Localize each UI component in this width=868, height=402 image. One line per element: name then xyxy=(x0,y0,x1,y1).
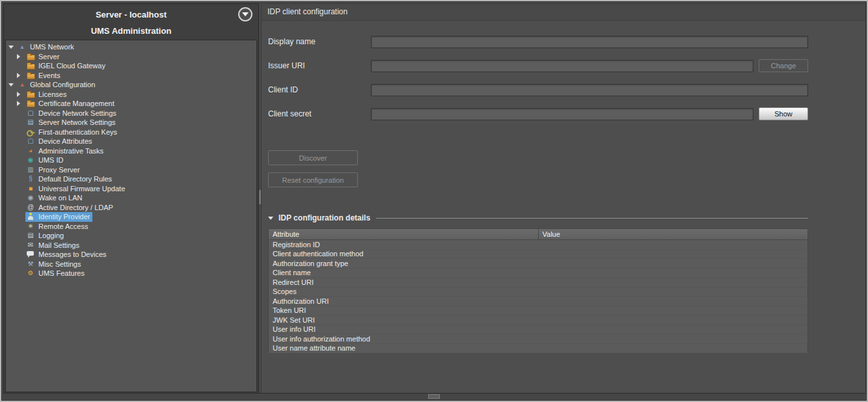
idp-details-header[interactable]: IDP configuration details xyxy=(268,213,808,222)
attribute-cell: Authorization grant type xyxy=(269,259,539,269)
tree-item-certificate-management[interactable]: Certificate Management xyxy=(6,99,256,109)
server-dropdown-button[interactable] xyxy=(238,7,252,21)
issuer-uri-input[interactable] xyxy=(371,60,753,72)
tree-item-label: Device Network Settings xyxy=(38,109,116,117)
value-cell xyxy=(538,268,808,278)
tree-item-logging[interactable]: ▤Logging xyxy=(6,231,256,241)
discover-button[interactable]: Discover xyxy=(268,150,358,165)
tree-item-label: Global Configuration xyxy=(30,81,95,88)
value-cell xyxy=(538,249,808,259)
value-cell xyxy=(538,287,808,297)
client-id-input[interactable] xyxy=(371,84,808,96)
server-title: Server - localhost xyxy=(96,10,167,20)
tree-item-identity-provider[interactable]: Identity Provider xyxy=(6,212,256,222)
table-row[interactable]: Client name xyxy=(269,268,808,278)
tree-item-label: Wake on LAN xyxy=(38,194,82,202)
tree-item-server[interactable]: Server xyxy=(6,52,256,62)
tree-item-events[interactable]: Events xyxy=(6,71,256,81)
bottom-splitter-bar xyxy=(3,393,865,399)
tree-item-first-authentication-keys[interactable]: First-authentication Keys xyxy=(6,127,256,137)
table-row[interactable]: Token URI xyxy=(269,306,808,315)
tree-item-messages-to-devices[interactable]: Messages to Devices xyxy=(6,250,256,260)
sidebar-section-title: UMS Administration xyxy=(4,25,258,40)
value-cell xyxy=(538,278,808,288)
tree-item-label: UMS ID xyxy=(38,156,64,164)
tree-item-universal-firmware-update[interactable]: ■Universal Firmware Update xyxy=(6,184,256,194)
tree-item-label: Identity Provider xyxy=(38,213,90,221)
key-icon xyxy=(26,128,35,136)
tree-item-label: Server Network Settings xyxy=(38,118,116,126)
table-row[interactable]: User info URI xyxy=(269,325,808,334)
tree-item-label: Universal Firmware Update xyxy=(38,185,125,193)
expand-arrow-icon[interactable] xyxy=(17,101,25,106)
tree-item-default-directory-rules[interactable]: §Default Directory Rules xyxy=(6,174,256,184)
bottom-splitter-handle[interactable] xyxy=(428,394,440,399)
attribute-cell: Redirect URI xyxy=(269,278,539,288)
tree-item-proxy-server[interactable]: ▥Proxy Server xyxy=(6,165,256,175)
firmware-icon: ■ xyxy=(26,185,35,193)
server-header: Server - localhost xyxy=(4,4,258,25)
reset-configuration-button[interactable]: Reset configuration xyxy=(268,172,358,187)
display-name-input[interactable] xyxy=(371,36,808,48)
attribute-column-header[interactable]: Attribute xyxy=(269,229,539,240)
directory-rules-icon: § xyxy=(26,175,35,183)
change-button[interactable]: Change xyxy=(759,59,808,72)
client-secret-input[interactable] xyxy=(371,108,753,120)
tree-item-device-network-settings[interactable]: ▢Device Network Settings xyxy=(6,109,256,118)
display-name-label: Display name xyxy=(268,37,371,46)
identity-provider-icon xyxy=(26,213,35,221)
client-id-label: Client ID xyxy=(268,85,371,94)
tree-item-global-configuration[interactable]: ▲Global Configuration xyxy=(6,80,256,90)
collapse-arrow-icon[interactable] xyxy=(8,83,17,87)
tree-item-label: IGEL Cloud Gateway xyxy=(38,62,105,70)
tree-item-igel-cloud-gateway[interactable]: IGEL Cloud Gateway xyxy=(6,61,256,71)
expand-arrow-icon[interactable] xyxy=(17,54,25,59)
attribute-cell: Authorization URI xyxy=(269,297,539,306)
tree-item-misc-settings[interactable]: ⚒Misc Settings xyxy=(6,260,256,269)
table-row[interactable]: Client authentication method xyxy=(269,249,808,259)
table-row[interactable]: User name attribute name xyxy=(269,343,808,353)
tree-item-wake-on-lan[interactable]: ◉Wake on LAN xyxy=(6,193,256,203)
folder-icon xyxy=(26,100,35,107)
client-secret-label: Client secret xyxy=(268,109,371,118)
value-cell xyxy=(538,240,808,250)
table-row[interactable]: User info authorization method xyxy=(269,334,808,344)
tree-item-server-network-settings[interactable]: ▤Server Network Settings xyxy=(6,118,256,127)
server-network-icon: ▤ xyxy=(26,118,35,126)
table-row[interactable]: Registration ID xyxy=(269,240,808,250)
expand-arrow-icon[interactable] xyxy=(17,92,25,97)
tree-item-remote-access[interactable]: ✳Remote Access xyxy=(6,222,256,232)
client-secret-row: Client secret Show xyxy=(268,107,808,120)
table-row[interactable]: JWK Set URI xyxy=(269,315,808,325)
folder-icon xyxy=(26,90,35,98)
tree-item-label: UMS Features xyxy=(38,269,85,277)
collapse-arrow-icon xyxy=(268,217,273,220)
tree-item-active-directory-ldap[interactable]: @Active Directory / LDAP xyxy=(6,203,256,213)
tree-item-mail-settings[interactable]: ✉Mail Settings xyxy=(6,241,256,250)
tree-item-label: UMS Network xyxy=(30,43,74,51)
ums-network-icon: ▲ xyxy=(18,43,27,51)
table-row[interactable]: Scopes xyxy=(269,287,808,297)
action-buttons: Discover Reset configuration xyxy=(268,150,808,187)
value-column-header[interactable]: Value xyxy=(538,229,808,240)
tree-item-ums-id[interactable]: ◉UMS ID xyxy=(6,155,256,165)
collapse-arrow-icon[interactable] xyxy=(8,46,17,49)
tree-item-ums-features[interactable]: ⚙UMS Features xyxy=(6,269,256,278)
admin-tasks-icon: ◕ xyxy=(26,147,35,155)
expand-arrow-icon[interactable] xyxy=(17,73,25,78)
table-header-row: Attribute Value xyxy=(269,229,808,240)
tree-item-administrative-tasks[interactable]: ◕Administrative Tasks xyxy=(6,146,256,156)
device-attributes-icon: ▢ xyxy=(26,137,35,145)
tree-item-licenses[interactable]: Licenses xyxy=(6,90,256,100)
table-row[interactable]: Authorization URI xyxy=(269,297,808,306)
table-row[interactable]: Authorization grant type xyxy=(269,259,808,269)
tree-item-label: Certificate Management xyxy=(38,100,115,107)
value-cell xyxy=(538,306,808,315)
tree-item-ums-network[interactable]: ▲UMS Network xyxy=(6,42,256,52)
tree-item-device-attributes[interactable]: ▢Device Attributes xyxy=(6,137,256,146)
table-row[interactable]: Redirect URI xyxy=(269,278,808,288)
attribute-cell: JWK Set URI xyxy=(269,315,539,325)
value-cell xyxy=(538,343,808,353)
show-button[interactable]: Show xyxy=(759,107,808,120)
tree-item-label: Licenses xyxy=(38,90,66,98)
